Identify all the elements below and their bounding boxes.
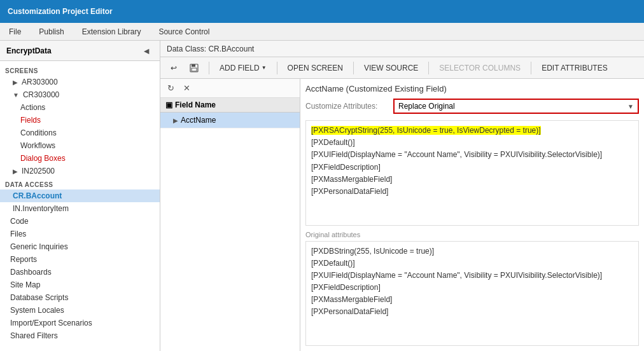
sidebar-item-label: Actions — [20, 103, 45, 112]
sidebar-item-label: Files — [10, 230, 26, 238]
dropdown-arrow-icon: ▼ — [262, 65, 267, 71]
sidebar-tree: SCREENS ▶ AR303000 ▼ CR303000 Actions Fi… — [0, 61, 160, 351]
save-button[interactable] — [185, 62, 204, 74]
sidebar-item-import-export-scenarios[interactable]: Import/Export Scenarios — [0, 317, 160, 329]
toolbar-separator-3 — [353, 62, 354, 74]
data-access-section-label: DATA ACCESS — [0, 177, 160, 189]
sidebar-item-site-map[interactable]: Site Map — [0, 279, 160, 291]
sidebar-item-actions[interactable]: Actions — [0, 101, 160, 114]
svg-rect-2 — [192, 68, 197, 71]
arrow-icon: ▶ — [13, 79, 18, 86]
sidebar-item-label: Database Scripts — [10, 293, 68, 302]
sidebar-item-label: Dashboards — [10, 268, 52, 277]
sidebar-item-label: Import/Export Scenarios — [10, 319, 92, 327]
sidebar-item-workflows[interactable]: Workflows — [0, 139, 160, 152]
detail-title: AcctName (Customized Existing Field) — [305, 84, 639, 93]
right-panel: Data Class: CR.BAccount ↩ ADD FIELD ▼ OP… — [160, 41, 644, 351]
main-layout: EncryptData ◄ SCREENS ▶ AR303000 ▼ CR303… — [0, 41, 644, 351]
toolbar-separator-5 — [531, 62, 531, 74]
selector-columns-button[interactable]: SELECTOR COLUMNS — [434, 62, 526, 74]
sidebar-item-shared-filters[interactable]: Shared Filters — [0, 329, 160, 342]
original-code-area: [PXDBString(255, IsUnicode = true)][PXDe… — [305, 241, 639, 347]
field-list-icon: ▣ — [165, 100, 172, 109]
sidebar-item-label: Fields — [20, 116, 41, 125]
sidebar-item-label: IN.InventoryItem — [13, 204, 69, 213]
sidebar-item-label: Shared Filters — [10, 331, 58, 340]
sidebar-item-reports[interactable]: Reports — [0, 253, 160, 266]
sidebar-item-files[interactable]: Files — [0, 228, 160, 240]
field-list-items: ▶ AcctName — [160, 113, 300, 351]
field-list-toolbar: ↻ ✕ — [160, 79, 300, 98]
sidebar-item-generic-inquiries[interactable]: Generic Inquiries — [0, 240, 160, 253]
field-arrow-icon: ▶ — [173, 117, 178, 124]
detail-panel: AcctName (Customized Existing Field) Cus… — [300, 79, 644, 351]
sidebar: EncryptData ◄ SCREENS ▶ AR303000 ▼ CR303… — [0, 41, 160, 351]
sidebar-item-label: Dialog Boxes — [20, 154, 66, 163]
save-icon — [190, 64, 199, 72]
sidebar-item-label: CR303000 — [23, 90, 59, 99]
toolbar-separator-4 — [428, 62, 429, 74]
code-editor[interactable]: [PXRSACryptString(255, IsUnicode = true,… — [305, 120, 639, 226]
original-code-line: [PXUIField(DisplayName = "Account Name",… — [311, 270, 633, 282]
customize-select[interactable]: Replace Original ▼ — [393, 99, 639, 114]
sidebar-item-conditions[interactable]: Conditions — [0, 127, 160, 139]
sidebar-item-in202500[interactable]: ▶ IN202500 — [0, 165, 160, 177]
sidebar-item-ar303000[interactable]: ▶ AR303000 — [0, 76, 160, 88]
sidebar-collapse-button[interactable]: ◄ — [139, 46, 153, 56]
sidebar-item-dialog-boxes[interactable]: Dialog Boxes — [0, 152, 160, 165]
sidebar-item-label: Conditions — [20, 128, 57, 137]
arrow-icon: ▼ — [13, 92, 19, 99]
toolbar-separator-2 — [277, 62, 277, 74]
menu-bar: File Publish Extension Library Source Co… — [0, 23, 644, 41]
sidebar-item-database-scripts[interactable]: Database Scripts — [0, 291, 160, 304]
field-delete-button[interactable]: ✕ — [180, 82, 193, 94]
sidebar-item-label: Code — [10, 217, 29, 226]
sidebar-item-code[interactable]: Code — [0, 215, 160, 228]
original-code-line: [PXDefault()] — [311, 258, 633, 270]
selector-columns-label: SELECTOR COLUMNS — [439, 64, 521, 72]
code-line: [PXPersonalDataField] — [311, 186, 633, 198]
toolbar-separator — [209, 62, 209, 74]
original-code-line: [PXMassMergableField] — [311, 294, 633, 306]
open-screen-button[interactable]: OPEN SCREEN — [283, 62, 348, 74]
field-list-item-label: AcctName — [181, 116, 216, 125]
view-source-button[interactable]: VIEW SOURCE — [359, 62, 423, 74]
menu-file[interactable]: File — [5, 25, 25, 39]
sidebar-item-label: Site Map — [10, 280, 40, 289]
svg-rect-1 — [192, 64, 195, 67]
add-field-button[interactable]: ADD FIELD ▼ — [214, 62, 272, 74]
sidebar-item-cr303000[interactable]: ▼ CR303000 — [0, 88, 160, 101]
sidebar-item-fields[interactable]: Fields — [0, 114, 160, 127]
field-refresh-button[interactable]: ↻ — [164, 82, 178, 94]
sidebar-item-in-inventoryitem[interactable]: IN.InventoryItem — [0, 202, 160, 215]
code-line: [PXFieldDescription] — [311, 162, 633, 174]
title-bar: Customization Project Editor — [0, 0, 644, 23]
screens-section-label: SCREENS — [0, 64, 160, 76]
edit-attributes-button[interactable]: EDIT ATTRIBUTES — [536, 62, 613, 74]
field-list-header: ▣ Field Name — [160, 98, 300, 113]
sidebar-header: EncryptData ◄ — [0, 41, 160, 61]
original-code-line: [PXDBString(255, IsUnicode = true)] — [311, 245, 633, 258]
field-list-panel: ↻ ✕ ▣ Field Name ▶ AcctName — [160, 79, 300, 351]
undo-button[interactable]: ↩ — [165, 62, 182, 74]
menu-extension-library[interactable]: Extension Library — [78, 25, 145, 39]
data-class-label: Data Class: — [167, 45, 206, 53]
view-source-label: VIEW SOURCE — [364, 64, 418, 72]
open-screen-label: OPEN SCREEN — [288, 64, 343, 72]
code-line: [PXUIField(DisplayName = "Account Name",… — [311, 149, 633, 161]
customize-label: Customize Attributes: — [305, 102, 388, 111]
sidebar-item-label: IN202500 — [22, 167, 55, 176]
customize-row: Customize Attributes: Replace Original ▼ — [305, 99, 639, 114]
sidebar-item-cr-baccount[interactable]: CR.BAccount — [0, 189, 160, 202]
original-code-line: [PXFieldDescription] — [311, 282, 633, 294]
app-title: Customization Project Editor — [8, 7, 113, 16]
sidebar-item-label: CR.BAccount — [13, 191, 62, 200]
edit-attributes-label: EDIT ATTRIBUTES — [542, 64, 608, 72]
menu-publish[interactable]: Publish — [35, 25, 67, 39]
sidebar-item-system-locales[interactable]: System Locales — [0, 304, 160, 317]
toolbar: ↩ ADD FIELD ▼ OPEN SCREEN VIEW SOURCE — [160, 57, 644, 79]
menu-source-control[interactable]: Source Control — [155, 25, 213, 39]
sidebar-item-dashboards[interactable]: Dashboards — [0, 266, 160, 279]
sidebar-item-label: Reports — [10, 255, 37, 264]
field-list-item[interactable]: ▶ AcctName — [160, 113, 300, 128]
